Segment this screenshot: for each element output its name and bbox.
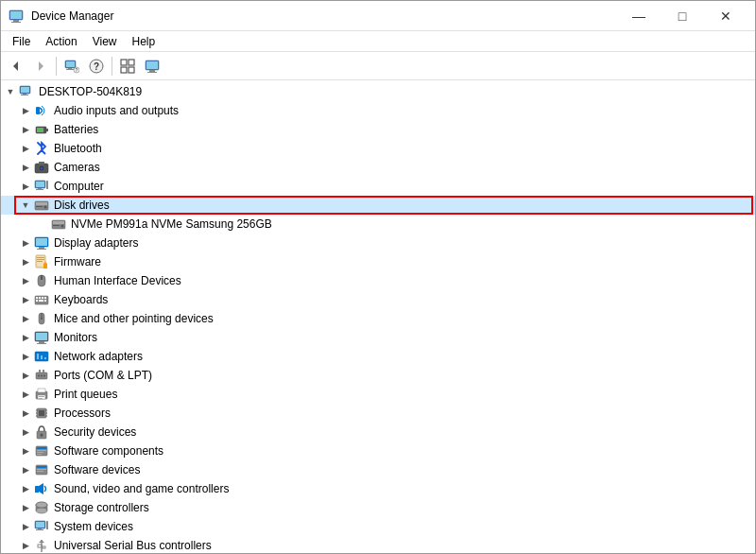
tree-item-ports[interactable]: ▶ Ports (COM & LPT): [1, 366, 755, 385]
disk-drives-icon: [33, 197, 50, 214]
software-devices-expander[interactable]: ▶: [18, 460, 33, 479]
device-manager-window: Device Manager — □ ✕ File Action View He…: [0, 0, 756, 554]
svg-rect-23: [21, 87, 29, 93]
maximize-button[interactable]: □: [661, 1, 704, 31]
hid-icon: [33, 272, 50, 289]
toolbar: ? ?: [1, 52, 755, 80]
software-components-expander[interactable]: ▶: [18, 441, 33, 460]
title-bar: Device Manager — □ ✕: [1, 1, 755, 31]
tree-item-bluetooth[interactable]: ▶ Bluetooth: [1, 139, 755, 158]
system-expander[interactable]: ▶: [18, 517, 33, 536]
svg-point-123: [41, 550, 43, 552]
tree-item-nvme[interactable]: NVMe PM991a NVMe Samsung 256GB: [1, 215, 755, 234]
hid-expander[interactable]: ▶: [18, 271, 33, 290]
tree-item-batteries[interactable]: ▶ Batteries: [1, 120, 755, 139]
svg-rect-114: [36, 522, 44, 528]
keyboards-expander[interactable]: ▶: [18, 290, 33, 309]
tree-item-print[interactable]: ▶ Print queues: [1, 385, 755, 404]
tree-item-sound[interactable]: ▶ Sound, video and game controllers: [1, 479, 755, 498]
svg-rect-25: [21, 95, 28, 95]
forward-button[interactable]: [29, 55, 52, 78]
menu-file[interactable]: File: [5, 33, 38, 50]
audio-label: Audio inputs and outputs: [54, 104, 179, 117]
tree-item-network[interactable]: ▶ Network adapters: [1, 347, 755, 366]
close-button[interactable]: ✕: [704, 1, 747, 31]
tree-item-cameras[interactable]: ▶ Cameras: [1, 158, 755, 177]
root-label: DESKTOP-504K819: [39, 85, 142, 98]
tree-item-software-components[interactable]: ▶ Software components: [1, 441, 755, 460]
toolbar-separator-1: [56, 57, 57, 76]
tree-item-firmware[interactable]: ▶ Firmware: [1, 252, 755, 271]
svg-rect-36: [38, 188, 42, 189]
ports-expander[interactable]: ▶: [18, 366, 33, 385]
nvme-icon: [50, 216, 67, 233]
tree-item-system[interactable]: ▶ System devices: [1, 517, 755, 536]
bluetooth-expander[interactable]: ▶: [18, 139, 33, 158]
tree-item-audio[interactable]: ▶ Audio inputs and outputs: [1, 101, 755, 120]
svg-marker-5: [39, 61, 43, 71]
tree-item-security[interactable]: ▶ Security devices: [1, 423, 755, 441]
batteries-expander[interactable]: ▶: [18, 120, 33, 139]
tree-item-usb[interactable]: ▶ Universal Serial Bus controllers: [1, 536, 755, 553]
software-components-icon: [33, 442, 50, 459]
toggle-view-button[interactable]: [116, 55, 139, 78]
svg-rect-48: [36, 238, 47, 246]
network-expander[interactable]: ▶: [18, 347, 33, 366]
svg-rect-28: [46, 129, 48, 131]
svg-rect-115: [38, 528, 42, 529]
firmware-expander[interactable]: ▶: [18, 252, 33, 271]
tree-item-processors[interactable]: ▶ Processors: [1, 404, 755, 423]
tree-item-hid[interactable]: ▶ Human Interface Devices: [1, 271, 755, 290]
tree-root[interactable]: ▼ DESKTOP-504K819: [1, 82, 755, 101]
security-expander[interactable]: ▶: [18, 423, 33, 441]
tree-item-keyboards[interactable]: ▶ Keyboards: [1, 290, 755, 309]
device-tree[interactable]: ▼ DESKTOP-504K819 ▶ Audio: [1, 80, 755, 553]
svg-rect-108: [35, 486, 39, 493]
monitors-expander[interactable]: ▶: [18, 328, 33, 347]
menu-view[interactable]: View: [85, 33, 125, 50]
audio-expander[interactable]: ▶: [18, 101, 33, 120]
svg-rect-75: [41, 355, 43, 359]
disk-drives-expander[interactable]: ▼: [18, 196, 33, 215]
svg-rect-64: [39, 300, 43, 302]
network-icon: [33, 348, 50, 365]
print-label: Print queues: [54, 388, 117, 401]
svg-rect-87: [39, 398, 43, 399]
tree-item-mice[interactable]: ▶ Mice and other pointing devices: [1, 309, 755, 328]
svg-rect-37: [36, 189, 43, 190]
print-expander[interactable]: ▶: [18, 385, 33, 404]
display-expander[interactable]: ▶: [18, 234, 33, 252]
menu-help[interactable]: Help: [125, 33, 163, 50]
tree-item-display[interactable]: ▶ Display adapters: [1, 234, 755, 252]
usb-expander[interactable]: ▶: [18, 536, 33, 553]
monitor-button[interactable]: [141, 55, 163, 78]
svg-rect-60: [39, 297, 41, 299]
network-label: Network adapters: [54, 350, 143, 363]
cameras-expander[interactable]: ▶: [18, 158, 33, 177]
svg-rect-117: [46, 521, 48, 529]
tree-item-computer[interactable]: ▶ Computer: [1, 177, 755, 196]
bluetooth-label: Bluetooth: [54, 142, 102, 155]
sound-expander[interactable]: ▶: [18, 479, 33, 498]
minimize-button[interactable]: —: [617, 1, 661, 31]
properties-button[interactable]: ?: [60, 55, 83, 78]
sound-icon: [33, 480, 50, 497]
svg-rect-70: [36, 333, 47, 340]
computer-expander[interactable]: ▶: [18, 177, 33, 196]
processors-expander[interactable]: ▶: [18, 404, 33, 423]
storage-expander[interactable]: ▶: [18, 498, 33, 517]
nvme-label: NVMe PM991a NVMe Samsung 256GB: [71, 217, 272, 231]
mice-expander[interactable]: ▶: [18, 309, 33, 328]
monitor-icon: [145, 59, 160, 74]
tree-item-software-devices[interactable]: ▶ Software devices: [1, 460, 755, 479]
menu-action[interactable]: Action: [38, 33, 84, 50]
root-expander[interactable]: ▼: [3, 82, 18, 101]
tree-item-monitors[interactable]: ▶ Monitors: [1, 328, 755, 347]
tree-item-storage[interactable]: ▶ Storage controllers: [1, 498, 755, 517]
usb-icon: [33, 537, 50, 553]
help-button[interactable]: ?: [85, 55, 108, 78]
back-button[interactable]: [5, 55, 27, 78]
tree-item-disk-drives[interactable]: ▼ Disk drives: [1, 196, 755, 215]
svg-rect-35: [36, 182, 44, 187]
svg-rect-54: [37, 261, 43, 262]
